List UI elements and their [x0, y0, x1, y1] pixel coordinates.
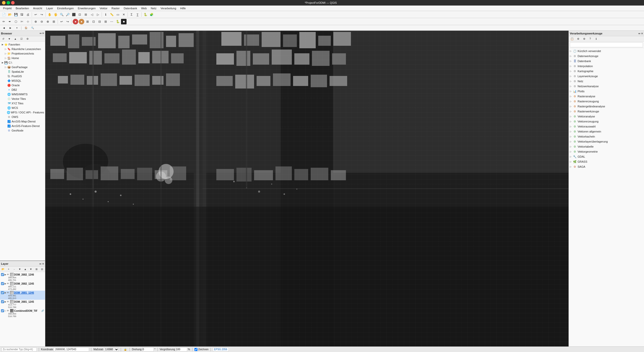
measure-button[interactable]: 📏: [109, 12, 114, 17]
browser-item-projektverz[interactable]: ▷ 📁 Projektverzeichnis: [0, 51, 45, 56]
digitize-btn-18[interactable]: ⋯: [109, 19, 114, 24]
path-home-button[interactable]: 🏠: [23, 25, 29, 31]
digitize-btn-16[interactable]: ⊟: [97, 19, 102, 24]
layer-expand-0[interactable]: ▶: [5, 273, 6, 276]
layer-check-4[interactable]: [1, 309, 4, 312]
print-button[interactable]: 🖨: [25, 12, 31, 17]
python-button[interactable]: 🐍: [143, 12, 148, 17]
digitize-btn-12[interactable]: ●: [73, 19, 78, 24]
digitize-btn-15[interactable]: ⊡: [91, 19, 96, 24]
layer-collapse-button[interactable]: ⊟: [39, 267, 45, 272]
proc-item-vektorlayer[interactable]: ▷ ⚙ Vektorlayerüberlagerung: [569, 139, 644, 144]
proc-item-grass[interactable]: ▷ 🌿 GRASS: [569, 159, 644, 164]
layer-movedown-button[interactable]: ▼: [28, 267, 33, 272]
browser-item-geonode[interactable]: ⚙ GeoNode: [0, 128, 45, 133]
digitize-btn-2[interactable]: ✒: [7, 19, 13, 24]
layer-add-button[interactable]: +: [6, 267, 11, 272]
browser-item-home[interactable]: ▷ 🏠 Home: [0, 56, 45, 60]
status-scale-select[interactable]: 1:6560 1:1000 1:5000 1:10000 1:25000: [104, 347, 119, 351]
browser-item-spatialite[interactable]: 🗄 SpatiaLite: [0, 69, 45, 74]
layer-check-0[interactable]: [1, 273, 4, 276]
proc-item-rastergelaende[interactable]: ▷ ⚙ Rastergeländeanalyse: [569, 104, 644, 109]
proc-item-rasterwerkzeuge[interactable]: ▷ ⚙ Rasterwerkzeuge: [569, 109, 644, 114]
zoom-layer-button[interactable]: ⊡: [77, 12, 83, 17]
digitize-btn-19[interactable]: 🐍: [115, 19, 120, 24]
path-forward-button[interactable]: ▶: [8, 25, 13, 31]
layer-name-0[interactable]: DOM_2682_1246: [14, 273, 34, 276]
proc-item-vektorkacheln[interactable]: ▷ ⚙ Vektorkacheln: [569, 134, 644, 139]
save-as-button[interactable]: 🖫: [19, 12, 25, 17]
menu-netz[interactable]: Netz: [149, 6, 158, 10]
menu-datenbank[interactable]: Datenbank: [122, 6, 139, 10]
layer-remove-button[interactable]: -: [12, 267, 17, 272]
expand-geopackage[interactable]: ▷: [4, 66, 7, 68]
layer-filter-button[interactable]: ▼: [17, 267, 22, 272]
status-lock-button[interactable]: 🔒: [123, 347, 128, 351]
browser-item-vectortiles[interactable]: ⬡ Vector Tiles: [0, 97, 45, 101]
proc-item-kurzlich[interactable]: ▷ 🕐 Kürzlich verwendet: [569, 49, 644, 54]
digitize-btn-9[interactable]: ⊞: [51, 19, 57, 24]
browser-item-arcgis-feat[interactable]: 🗾 ArcGIS-Feature-Dienst: [0, 124, 45, 128]
proc-item-vektorerzeugung[interactable]: ▷ ⚙ Vektorerzeugung: [569, 119, 644, 124]
browser-icon-1[interactable]: ⇔: [39, 32, 42, 35]
browser-item-arcgis-map[interactable]: 🗾 ArcGIS-Map-Dienst: [0, 119, 45, 124]
proc-info-button[interactable]: ℹ: [593, 36, 599, 42]
digitize-btn-17[interactable]: ⊞: [103, 19, 108, 24]
layer-open-button[interactable]: 📂: [1, 267, 6, 272]
proc-settings-button[interactable]: ⚙: [581, 36, 587, 42]
select-rect-button[interactable]: ▭: [115, 12, 120, 17]
proc-item-interpolation[interactable]: ▷ ⚙ Interpolation: [569, 64, 644, 69]
open-project-button[interactable]: 📂: [7, 12, 13, 17]
digitize-btn-10[interactable]: ↩: [59, 19, 64, 24]
statusbar-search-input[interactable]: [2, 347, 37, 351]
browser-item-lesezeichen[interactable]: ▷ 🔖 Räumliche Lesezeichen: [0, 47, 45, 51]
map-area[interactable]: [45, 31, 569, 346]
deselect-button[interactable]: ✕: [121, 12, 127, 17]
undo-button[interactable]: ↩: [33, 12, 38, 17]
browser-item-xyz[interactable]: 🗺 XYZ Tiles: [0, 101, 45, 106]
browser-item-wfs[interactable]: 🌐 WFS / OGC API - Features: [0, 110, 45, 115]
window-controls[interactable]: [2, 1, 15, 5]
expand-lesezeichen[interactable]: ▷: [4, 48, 7, 50]
status-epsg-value[interactable]: EPSG:2056: [213, 347, 229, 351]
browser-item-oracle[interactable]: 🔴 Oracle: [0, 83, 45, 87]
proc-item-vektorauswahl[interactable]: ▷ ⚙ Vektorauswahl: [569, 124, 644, 129]
layer-item-0[interactable]: ▶ 👁 DOM_2682_1246 398.854 495.701: [0, 273, 45, 282]
proc-item-rasteranalyse[interactable]: ▷ ⚙ Rasteranalyse: [569, 94, 644, 99]
menu-hilfe[interactable]: Hilfe: [178, 6, 188, 10]
layer-moveup-button[interactable]: ▲: [23, 267, 28, 272]
pan-button[interactable]: ✋: [47, 12, 52, 17]
zoom-selection-button[interactable]: ⊞: [83, 12, 89, 17]
layer-check-1[interactable]: [1, 282, 4, 285]
layer-expand-3[interactable]: ▶: [5, 300, 6, 303]
layer-name-4[interactable]: CombinedDOM_TIF: [14, 310, 37, 312]
menu-ansicht[interactable]: Ansicht: [31, 6, 44, 10]
layer-eye-1[interactable]: 👁: [7, 282, 9, 285]
layer-item-3[interactable]: ▶ 👁 DOM_2681_1245 413.777 516.789: [0, 300, 45, 309]
proc-item-netz[interactable]: ▷ ⚙ Netz: [569, 79, 644, 84]
layer-name-1[interactable]: DOM_2682_1245: [14, 282, 34, 285]
browser-icon-2[interactable]: ✕: [42, 32, 44, 35]
proc-item-vektoren-allgemein[interactable]: ▷ ⚙ Vektoren allgemein: [569, 129, 644, 134]
proc-item-rastererzeugung[interactable]: ▷ ⚙ Rastererzeugung: [569, 99, 644, 104]
digitize-btn-1[interactable]: ✏: [1, 19, 7, 24]
browser-enable-button[interactable]: ☑: [19, 36, 24, 42]
proc-item-layerwerkzeuge[interactable]: ▷ ⚙ Layerwerkzeuge: [569, 74, 644, 79]
status-zoom-input[interactable]: [176, 347, 187, 351]
layer-icon-1[interactable]: ⇔: [39, 262, 41, 265]
layer-expand-2[interactable]: ▶: [5, 291, 6, 294]
proc-models-button[interactable]: ⚙: [575, 36, 581, 42]
menu-verarbeitung[interactable]: Verarbeitung: [158, 6, 178, 10]
field-calc-button[interactable]: ∑: [135, 12, 140, 17]
proc-history-button[interactable]: 📋: [569, 36, 575, 42]
browser-item-geopackage[interactable]: ▷ 📦 GeoPackage: [0, 65, 45, 69]
digitize-btn-14[interactable]: ⊠: [85, 19, 90, 24]
browser-item-db2[interactable]: 🔹 DB2: [0, 87, 45, 92]
expand-favoriten[interactable]: ▶: [1, 43, 4, 46]
path-back-button[interactable]: ◀: [1, 25, 7, 31]
expand-home[interactable]: ▷: [4, 57, 7, 59]
pan-map-button[interactable]: 🖐: [53, 12, 58, 17]
menu-projekt[interactable]: Projekt: [1, 6, 14, 10]
minimize-button[interactable]: [2, 1, 6, 5]
close-button[interactable]: [11, 1, 15, 5]
